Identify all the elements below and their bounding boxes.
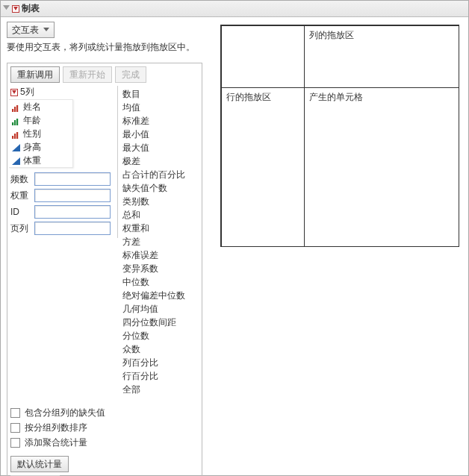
statistic-item[interactable]: 四分位数间距 <box>122 316 199 329</box>
drop-row-bottom: 行的拖放区 产生的单元格 <box>221 87 459 246</box>
restart-button: 重新开始 <box>63 66 112 83</box>
columns-header[interactable]: 5列 <box>7 86 117 99</box>
triangle-icon <box>12 157 20 164</box>
window-title: 制表 <box>22 2 40 15</box>
bar-chart-icon <box>12 104 20 110</box>
cells-drop-zone[interactable]: 产生的单元格 <box>304 87 459 247</box>
column-item-label: 体重 <box>23 154 41 167</box>
columns-options-icon[interactable] <box>10 89 18 96</box>
columns-drop-zone[interactable]: 列的拖放区 <box>304 25 459 88</box>
include-missing-checkbox[interactable] <box>10 408 20 418</box>
freq-row: 频数 <box>10 171 114 187</box>
drop-row-top: 列的拖放区 <box>221 25 459 87</box>
page-label: 页列 <box>10 222 34 235</box>
statistic-item[interactable]: 分位数 <box>122 329 199 342</box>
svg-rect-10 <box>14 120 16 125</box>
id-row: ID <box>10 204 114 220</box>
statistic-item[interactable]: 标准误差 <box>122 248 199 262</box>
content-area: 交互表 要使用交互表，将列或统计量拖放到拖放区中。 重新调用 重新开始 完成 <box>1 17 468 476</box>
id-label: ID <box>10 207 34 217</box>
options-icon[interactable] <box>12 5 19 13</box>
statistic-item[interactable]: 列百分比 <box>122 356 199 369</box>
column-item-label: 年龄 <box>23 114 41 127</box>
hint-text: 要使用交互表，将列或统计量拖放到拖放区中。 <box>7 41 214 54</box>
rerun-button[interactable]: 重新调用 <box>10 66 60 83</box>
columns-area: 5列 姓名年龄性别身高体重 频数 权重 <box>7 86 118 238</box>
drop-corner-cell[interactable] <box>221 25 305 88</box>
right-column: 列的拖放区 行的拖放区 产生的单元格 <box>214 22 464 476</box>
statistic-item[interactable]: 变异系数 <box>122 262 199 275</box>
table-type-dropdown[interactable]: 交互表 <box>7 22 55 38</box>
mid-row: 5列 姓名年龄性别身高体重 频数 权重 <box>7 86 202 399</box>
bottom-buttons: 默认统计量 更改格式 <box>7 453 202 476</box>
statistic-item[interactable]: 缺失值个数 <box>122 181 199 195</box>
statistic-item[interactable]: 类别数 <box>122 195 199 208</box>
statistic-item[interactable]: 数目 <box>122 87 199 101</box>
weight-row: 权重 <box>10 187 114 204</box>
drop-grid: 列的拖放区 行的拖放区 产生的单元格 <box>220 25 459 247</box>
svg-rect-12 <box>12 136 13 139</box>
svg-marker-16 <box>12 157 20 165</box>
rows-drop-zone[interactable]: 行的拖放区 <box>221 87 305 247</box>
statistic-item[interactable]: 几何均值 <box>122 302 199 316</box>
statistic-item[interactable]: 权重和 <box>122 222 199 235</box>
columns-count-label: 5列 <box>20 86 34 98</box>
chevron-down-icon <box>43 26 49 34</box>
svg-marker-15 <box>12 144 20 151</box>
left-column: 交互表 要使用交互表，将列或统计量拖放到拖放区中。 重新调用 重新开始 完成 <box>7 22 214 476</box>
action-button-row: 重新调用 重新开始 完成 <box>7 63 202 86</box>
statistic-item[interactable]: 总和 <box>122 208 199 222</box>
statistic-item[interactable]: 均值 <box>122 101 199 114</box>
statistic-item[interactable]: 中位数 <box>122 275 199 289</box>
column-item[interactable]: 身高 <box>9 140 72 154</box>
page-input[interactable] <box>34 222 111 235</box>
weight-label: 权重 <box>10 190 34 202</box>
svg-marker-3 <box>43 28 49 31</box>
column-item-label: 性别 <box>23 128 41 140</box>
collapse-icon[interactable] <box>2 5 10 13</box>
column-item[interactable]: 性别 <box>9 127 72 140</box>
page-row: 页列 <box>10 220 114 237</box>
statistic-item[interactable]: 占合计的百分比 <box>122 168 199 181</box>
checkbox-group: 包含分组列的缺失值 按分组列数排序 添加聚合统计量 <box>7 399 202 453</box>
statistic-item[interactable]: 最大值 <box>122 141 199 154</box>
freq-input[interactable] <box>34 172 111 186</box>
add-agg-stat-row: 添加聚合统计量 <box>10 435 199 450</box>
statistics-list: 数目均值标准差最小值最大值极差占合计的百分比缺失值个数类别数总和权重和方差标准误… <box>118 86 202 399</box>
tabulate-window: 制表 交互表 要使用交互表，将列或统计量拖放到拖放区中。 重新调用 重新开始 完… <box>0 0 469 476</box>
statistic-item[interactable]: 方差 <box>122 235 199 248</box>
svg-rect-6 <box>12 109 13 112</box>
add-agg-stat-label: 添加聚合统计量 <box>25 436 87 449</box>
statistic-item[interactable]: 众数 <box>122 342 199 356</box>
svg-rect-14 <box>16 132 18 139</box>
statistic-item[interactable]: 最小值 <box>122 128 199 141</box>
sort-by-group-checkbox[interactable] <box>10 423 20 433</box>
statistic-item[interactable]: 极差 <box>122 154 199 168</box>
freq-label: 频数 <box>10 173 34 186</box>
field-rows: 频数 权重 ID 页列 <box>7 169 117 238</box>
svg-rect-8 <box>16 105 18 112</box>
id-input[interactable] <box>34 205 111 219</box>
statistic-item[interactable]: 绝对偏差中位数 <box>122 289 199 302</box>
column-item[interactable]: 体重 <box>9 154 72 167</box>
column-item-label: 身高 <box>23 141 41 154</box>
statistic-item[interactable]: 标准差 <box>122 114 199 128</box>
columns-list: 姓名年龄性别身高体重 <box>9 99 73 168</box>
column-item[interactable]: 年龄 <box>9 113 72 127</box>
include-missing-label: 包含分组列的缺失值 <box>25 407 105 419</box>
include-missing-row: 包含分组列的缺失值 <box>10 405 199 420</box>
sort-by-group-label: 按分组列数排序 <box>25 422 87 434</box>
table-type-label: 交互表 <box>12 24 39 37</box>
weight-input[interactable] <box>34 189 111 202</box>
default-stats-button[interactable]: 默认统计量 <box>10 456 69 472</box>
done-button: 完成 <box>115 66 146 83</box>
triangle-icon <box>12 143 20 151</box>
svg-rect-9 <box>12 122 13 125</box>
statistic-item[interactable]: 全部 <box>122 383 199 396</box>
add-agg-stat-checkbox[interactable] <box>10 438 20 448</box>
statistic-item[interactable]: 行百分比 <box>122 369 199 383</box>
svg-rect-7 <box>14 107 16 112</box>
titlebar: 制表 <box>1 1 468 17</box>
sort-by-group-row: 按分组列数排序 <box>10 420 199 435</box>
column-item[interactable]: 姓名 <box>9 100 72 113</box>
